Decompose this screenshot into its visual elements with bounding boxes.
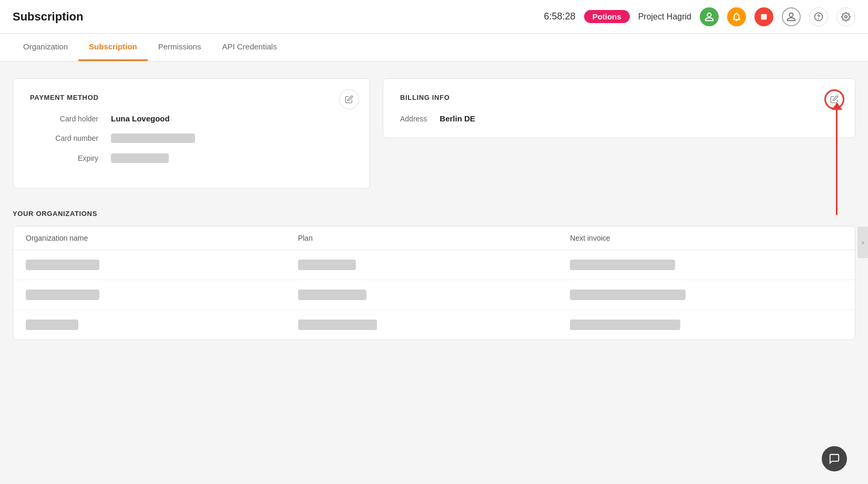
main-content: PAYMENT METHOD Card holder Luna Lovegood…: [0, 61, 868, 357]
card-number-row: Card number: [30, 133, 353, 143]
expiry-label: Expiry: [30, 154, 98, 162]
billing-card-wrapper: BILLING INFO Address Berlin DE: [383, 78, 855, 189]
svg-rect-0: [761, 14, 767, 19]
plan-blur-3: [298, 320, 377, 330]
col-org-name: Organization name: [26, 234, 298, 242]
address-row: Address Berlin DE: [400, 114, 838, 123]
invoice-blur-1: [570, 260, 675, 270]
tab-bar: Organization Subscription Permissions AP…: [0, 34, 868, 61]
billing-info-card: BILLING INFO Address Berlin DE: [383, 78, 855, 138]
settings-button[interactable]: [836, 7, 855, 26]
chevron-right-icon: ›: [862, 238, 864, 246]
billing-info-title: BILLING INFO: [400, 94, 838, 101]
page-title: Subscription: [13, 10, 83, 24]
billing-edit-button[interactable]: [824, 89, 844, 109]
notification-icon-orange[interactable]: [727, 7, 746, 26]
col-next-invoice: Next invoice: [570, 234, 842, 242]
tab-organization[interactable]: Organization: [13, 34, 78, 61]
expiry-blur: [111, 153, 169, 163]
payment-method-card: PAYMENT METHOD Card holder Luna Lovegood…: [13, 78, 370, 189]
org-name-blur-2: [26, 290, 99, 300]
invoice-blur-3: [570, 320, 680, 330]
expiry-row: Expiry: [30, 153, 353, 163]
col-plan: Plan: [298, 234, 570, 242]
project-name: Project Hagrid: [638, 12, 691, 22]
header-controls: 6:58:28 Potions Project Hagrid: [544, 7, 855, 26]
organizations-table: Organization name Plan Next invoice: [13, 226, 855, 340]
tab-subscription[interactable]: Subscription: [78, 34, 148, 61]
card-number-blur: [111, 133, 195, 143]
org-name-blur-3: [26, 320, 78, 330]
plan-blur-2: [298, 290, 366, 300]
card-number-label: Card number: [30, 134, 98, 142]
tab-permissions[interactable]: Permissions: [148, 34, 212, 61]
potions-badge[interactable]: Potions: [584, 10, 630, 23]
table-row: [13, 310, 855, 339]
invoice-blur-2: [570, 290, 686, 300]
organizations-section-title: YOUR ORGANIZATIONS: [13, 210, 855, 218]
expand-button[interactable]: ›: [857, 226, 868, 258]
cards-row: PAYMENT METHOD Card holder Luna Lovegood…: [13, 78, 855, 189]
card-holder-row: Card holder Luna Lovegood: [30, 114, 353, 123]
payment-method-title: PAYMENT METHOD: [30, 94, 353, 101]
header-time: 6:58:28: [544, 11, 576, 22]
plan-blur-1: [298, 260, 356, 270]
stop-icon-red[interactable]: [754, 7, 773, 26]
address-value: Berlin DE: [440, 114, 475, 123]
chat-button[interactable]: [822, 446, 847, 471]
card-holder-value: Luna Lovegood: [111, 114, 170, 123]
table-row: [13, 280, 855, 310]
address-label: Address: [400, 115, 427, 123]
svg-point-2: [819, 18, 819, 19]
help-button[interactable]: [809, 7, 828, 26]
org-name-blur-1: [26, 260, 99, 270]
card-holder-label: Card holder: [30, 115, 98, 123]
svg-point-3: [845, 15, 847, 18]
orgs-table-header: Organization name Plan Next invoice: [13, 226, 855, 250]
user-avatar-icon[interactable]: [782, 7, 801, 26]
table-row: [13, 250, 855, 280]
header: Subscription 6:58:28 Potions Project Hag…: [0, 0, 868, 34]
tab-api-credentials[interactable]: API Credentials: [211, 34, 287, 61]
user-icon-green[interactable]: [700, 7, 719, 26]
payment-edit-button[interactable]: [339, 89, 359, 109]
